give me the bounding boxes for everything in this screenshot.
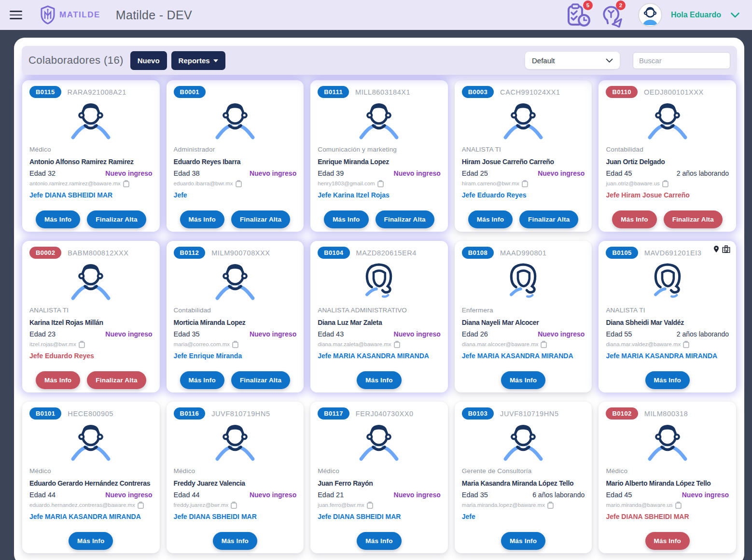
employee-role: Médico (606, 467, 729, 475)
hamburger-icon[interactable] (10, 11, 22, 19)
employee-status: Nuevo ingreso (105, 169, 152, 177)
employee-id-badge: B0112 (174, 247, 206, 259)
employee-jefe: Jefe DIANA SBHEIDI MAR (318, 513, 441, 520)
employee-role: ANALISTA TI (462, 146, 585, 153)
view-select[interactable]: Default (525, 52, 620, 69)
employee-jefe: Jefe (462, 513, 585, 520)
mas-info-button[interactable]: Más Info (36, 371, 80, 389)
employee-name: Hiram Josue Carreño Carreño (462, 157, 585, 168)
mas-info-button[interactable]: Más Info (612, 210, 656, 228)
mas-info-button[interactable]: Más Info (501, 532, 545, 550)
finalizar-alta-button[interactable]: Finalizar Alta (519, 210, 578, 228)
employee-code: MILM800318 (644, 410, 688, 418)
employee-status: Nuevo ingreso (250, 491, 296, 499)
male-avatar-icon (66, 420, 116, 462)
idea-send-icon[interactable]: 2 (599, 2, 625, 28)
tasks-clock-icon[interactable]: 5 (566, 2, 592, 28)
employee-role: ANALISTA TI (29, 307, 153, 314)
notification-count-badge: 5 (583, 0, 593, 10)
employee-role: Médico (29, 146, 153, 153)
employee-card: B0108 MAAD990801 Enfermera Diana Nayeli … (455, 241, 592, 392)
copy-icon[interactable] (394, 341, 400, 348)
employee-email: diana.mar.valdez@baware.mx (606, 341, 681, 347)
employee-name: Juan Ferro Rayón (318, 478, 441, 489)
mas-info-button[interactable]: Más Info (69, 532, 113, 550)
finalizar-alta-button[interactable]: Finalizar Alta (231, 371, 290, 389)
mas-info-button[interactable]: Más Info (324, 210, 368, 228)
female-avatar-icon (642, 259, 693, 302)
employee-role: Médico (318, 467, 441, 475)
finalizar-alta-button[interactable]: Finalizar Alta (664, 210, 723, 228)
copy-icon[interactable] (123, 180, 129, 187)
employee-role: Comunicación y marketing (318, 146, 441, 153)
employee-id-badge: B0001 (174, 86, 206, 98)
brand-name: MATILDE (59, 10, 100, 20)
employee-jefe: Jefe DIANA SBHEIDI MAR (606, 513, 729, 520)
employee-id-badge: B0103 (462, 407, 494, 420)
employee-jefe: Jefe MARIA KASANDRA MIRANDA (606, 352, 729, 360)
employee-age: Edad 43 (318, 330, 344, 338)
employee-email: diana.mar.zaleta@baware.mx (318, 341, 391, 347)
employee-status: Nuevo ingreso (250, 169, 296, 177)
mas-info-button[interactable]: Más Info (645, 532, 690, 550)
copy-icon[interactable] (377, 180, 384, 187)
mas-info-button[interactable]: Más Info (180, 210, 224, 228)
finalizar-alta-button[interactable]: Finalizar Alta (87, 210, 146, 228)
copy-icon[interactable] (367, 502, 373, 509)
mas-info-button[interactable]: Más Info (180, 371, 224, 389)
mas-info-button[interactable]: Más Info (501, 371, 545, 389)
copy-icon[interactable] (662, 180, 668, 187)
copy-icon[interactable] (675, 502, 682, 509)
finalizar-alta-button[interactable]: Finalizar Alta (376, 210, 434, 228)
mas-info-button[interactable]: Más Info (213, 532, 257, 550)
employee-jefe: Jefe Enrique Miranda (174, 352, 297, 360)
employee-card: B0111 MILL8603184X1 Comunicación y marke… (310, 80, 448, 232)
reportes-button[interactable]: Reportes (171, 51, 225, 70)
main-panel: Colaboradores (16) Nuevo Reportes Defaul… (14, 38, 744, 560)
employee-email: mario.miranda@baware.us (606, 502, 672, 508)
mas-info-button[interactable]: Más Info (36, 210, 80, 228)
avatar (174, 259, 297, 302)
user-avatar-icon[interactable] (638, 3, 662, 27)
reportes-button-label: Reportes (179, 56, 210, 65)
search-input[interactable] (633, 52, 730, 69)
male-avatar-icon (642, 420, 693, 462)
employee-card: B0104 MAZD820615ER4 ANALISTA ADMINISTRAT… (310, 241, 448, 392)
copy-icon[interactable] (231, 502, 237, 509)
copy-icon[interactable] (683, 341, 689, 348)
finalizar-alta-button[interactable]: Finalizar Alta (87, 371, 146, 389)
finalizar-alta-button[interactable]: Finalizar Alta (231, 210, 290, 228)
employee-code: MILL8603184X1 (355, 88, 410, 96)
nuevo-button[interactable]: Nuevo (130, 51, 167, 70)
copy-icon[interactable] (232, 341, 238, 348)
copy-icon[interactable] (541, 341, 547, 348)
employee-card: B0115 RARA921008A21 Médico Antonio Alfon… (22, 80, 160, 232)
copy-icon[interactable] (547, 502, 554, 509)
copy-icon[interactable] (522, 180, 528, 187)
employee-jefe: Jefe MARIA KASANDRA MIRANDA (29, 513, 153, 520)
copy-icon[interactable] (79, 341, 85, 348)
avatar (29, 420, 153, 462)
chevron-down-icon (606, 58, 613, 63)
employee-id-badge: B0117 (318, 407, 349, 420)
avatar (174, 98, 297, 141)
user-greeting[interactable]: Hola Eduardo (671, 11, 721, 19)
employee-code: MILM900708XXX (211, 249, 270, 257)
employee-name: Eduardo Gerardo Hernández Contreras (29, 478, 153, 489)
employee-age: Edad 35 (462, 491, 488, 499)
employee-role: ANALISTA ADMINISTRATIVO (318, 307, 441, 314)
employee-code: RARA921008A21 (68, 88, 126, 96)
employee-age: Edad 32 (29, 169, 56, 177)
mas-info-button[interactable]: Más Info (357, 532, 401, 550)
avatar (462, 259, 585, 302)
employee-code: CACH991024XX1 (500, 88, 560, 96)
male-avatar-icon (354, 98, 404, 141)
mas-info-button[interactable]: Más Info (468, 210, 513, 228)
copy-icon[interactable] (236, 180, 242, 187)
app-header: MATILDE Matilde - DEV 5 2 (0, 0, 752, 30)
employee-jefe: Jefe Eduardo Reyes (29, 352, 153, 360)
mas-info-button[interactable]: Más Info (357, 371, 401, 389)
mas-info-button[interactable]: Más Info (645, 371, 690, 389)
chevron-down-icon[interactable] (731, 13, 739, 18)
copy-icon[interactable] (138, 502, 144, 509)
